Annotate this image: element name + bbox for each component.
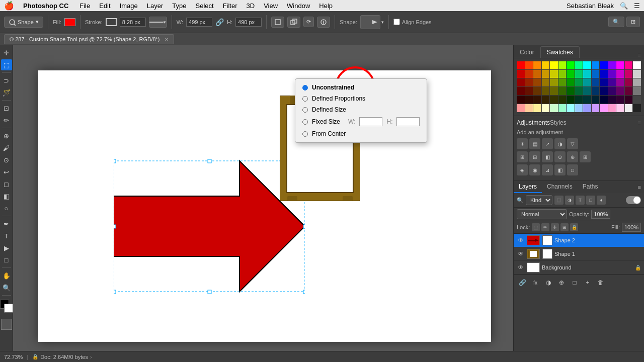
swatch-2-8[interactable] <box>583 78 591 86</box>
filter-shape[interactable]: □ <box>586 196 595 205</box>
swatch-1-9[interactable] <box>592 70 600 78</box>
swatch-2-5[interactable] <box>558 78 567 86</box>
tab-channels[interactable]: Channels <box>542 181 578 193</box>
swatch-4-5[interactable] <box>558 96 567 104</box>
swatch-5-5[interactable] <box>558 104 567 112</box>
eyedropper-tool[interactable]: ✏ <box>1 115 12 126</box>
swatch-5-13[interactable] <box>625 104 633 112</box>
swatch-0-6[interactable] <box>567 61 575 69</box>
history-brush-tool[interactable]: ↩ <box>1 166 12 177</box>
swatch-5-11[interactable] <box>608 104 616 112</box>
zoom-tool[interactable]: 🔍 <box>1 282 12 293</box>
text-tool[interactable]: T <box>1 230 12 241</box>
swatch-3-14[interactable] <box>633 87 641 95</box>
layer-item-background[interactable]: 👁 Background 🔒 <box>514 261 644 275</box>
swatch-5-6[interactable] <box>567 104 575 112</box>
popup-unconstrained[interactable]: Unconstrained <box>295 82 427 93</box>
swatch-2-6[interactable] <box>567 78 575 86</box>
swatch-4-11[interactable] <box>608 96 616 104</box>
swatch-5-12[interactable] <box>616 104 624 112</box>
layer-fx-icon[interactable]: fx <box>530 277 541 288</box>
swatch-3-3[interactable] <box>542 87 550 95</box>
swatch-3-8[interactable] <box>583 87 591 95</box>
swatch-5-2[interactable] <box>533 104 541 112</box>
canvas-area[interactable]: Unconstrained Defined Proportions Define… <box>13 45 513 351</box>
swatch-0-3[interactable] <box>542 61 550 69</box>
swatch-2-3[interactable] <box>542 78 550 86</box>
swatch-1-7[interactable] <box>575 70 583 78</box>
swatch-1-4[interactable] <box>550 70 558 78</box>
swatch-1-14[interactable] <box>633 70 641 78</box>
lock-transparent-pixels[interactable]: ⬚ <box>532 223 540 231</box>
swatch-3-13[interactable] <box>625 87 633 95</box>
swatch-1-13[interactable] <box>625 70 633 78</box>
eraser-tool[interactable]: ◻ <box>1 178 12 190</box>
swatch-5-3[interactable] <box>542 104 550 112</box>
adj-color-lookup[interactable]: ⊞ <box>580 151 591 162</box>
width-input[interactable] <box>186 18 212 27</box>
layer-adjustment-icon[interactable]: ⊕ <box>556 277 567 288</box>
path-align[interactable] <box>317 17 330 28</box>
arrange-btn[interactable]: ⊞ <box>626 17 640 27</box>
menu-window[interactable]: Window <box>283 1 314 11</box>
adj-photo-filter[interactable]: ⊙ <box>554 151 566 162</box>
swatch-4-6[interactable] <box>567 96 575 104</box>
swatch-2-2[interactable] <box>533 78 541 86</box>
stroke-style-dropdown[interactable]: ▾ <box>149 17 167 28</box>
link-dimensions-icon[interactable]: 🔗 <box>215 18 224 26</box>
menu-help[interactable]: Help <box>315 1 337 11</box>
swatch-2-7[interactable] <box>575 78 583 86</box>
document-close-btn[interactable]: ✕ <box>165 37 169 42</box>
pen-tool[interactable]: ✒ <box>1 218 12 229</box>
swatch-0-13[interactable] <box>625 61 633 69</box>
swatch-3-10[interactable] <box>600 87 608 95</box>
swatch-4-9[interactable] <box>592 96 600 104</box>
search-icon[interactable]: 🔍 <box>620 2 628 10</box>
swatch-3-6[interactable] <box>567 87 575 95</box>
stroke-width-input[interactable] <box>120 18 146 27</box>
swatch-1-3[interactable] <box>542 70 550 78</box>
panel-menu-icon[interactable]: ≡ <box>638 52 641 58</box>
swatch-3-2[interactable] <box>533 87 541 95</box>
adj-channel-mixer[interactable]: ⊕ <box>567 151 578 162</box>
adj-posterize[interactable]: ◉ <box>529 164 540 175</box>
swatch-2-9[interactable] <box>592 78 600 86</box>
menu-photoshop[interactable]: Photoshop CC <box>19 1 72 11</box>
adj-panel-menu[interactable]: ≡ <box>638 120 641 126</box>
crop-tool[interactable]: ⊡ <box>1 103 12 114</box>
stroke-color-swatch[interactable] <box>106 18 117 26</box>
swatch-0-12[interactable] <box>616 61 624 69</box>
adj-selective-color[interactable]: □ <box>567 164 578 175</box>
swatch-0-10[interactable] <box>600 61 608 69</box>
swatch-5-0[interactable] <box>517 104 525 112</box>
swatch-5-7[interactable] <box>575 104 583 112</box>
path-transform[interactable]: ⟳ <box>303 17 314 27</box>
swatch-3-4[interactable] <box>550 87 558 95</box>
layer-item-shape2[interactable]: 👁 Shape 2 <box>514 234 644 247</box>
swatch-4-0[interactable] <box>517 96 525 104</box>
quick-mask-mode[interactable] <box>1 319 12 330</box>
swatch-3-12[interactable] <box>616 87 624 95</box>
swatch-0-4[interactable] <box>550 61 558 69</box>
swatch-2-10[interactable] <box>600 78 608 86</box>
tab-swatches[interactable]: Swatches <box>540 46 580 58</box>
path-select-tool[interactable]: ▶ <box>1 242 12 253</box>
swatch-2-13[interactable] <box>625 78 633 86</box>
selection-tool[interactable]: ⬚ <box>1 59 12 70</box>
menu-3d[interactable]: 3D <box>243 1 259 11</box>
shape-picker[interactable]: ▾ <box>360 15 384 29</box>
lock-artboard[interactable]: ⊞ <box>560 223 569 231</box>
tool-selector[interactable]: Shape ▾ <box>4 17 43 28</box>
layer-delete-icon[interactable]: 🗑 <box>595 277 606 288</box>
popup-defined-proportions[interactable]: Defined Proportions <box>295 93 427 104</box>
apple-menu[interactable]: 🍎 <box>4 1 14 11</box>
adj-vibrance[interactable]: ▽ <box>567 138 578 149</box>
layer-visibility-shape1[interactable]: 👁 <box>517 250 525 258</box>
popup-from-center[interactable]: From Center <box>295 128 427 139</box>
swatch-3-9[interactable] <box>592 87 600 95</box>
menu-view[interactable]: View <box>260 1 282 11</box>
adj-bw[interactable]: ◧ <box>542 151 553 162</box>
menu-edit[interactable]: Edit <box>95 1 114 11</box>
swatch-1-10[interactable] <box>600 70 608 78</box>
status-expand[interactable]: › <box>90 354 92 360</box>
